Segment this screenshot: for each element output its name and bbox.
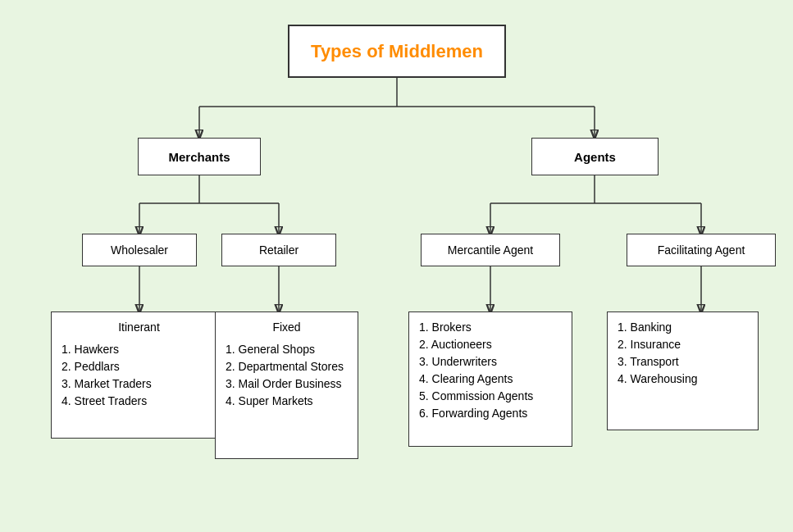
fixed-items: 1. General Shops 2. Departmental Stores … xyxy=(226,341,348,410)
mercantile-agent-node: Mercantile Agent xyxy=(421,234,560,266)
merchants-node: Merchants xyxy=(138,138,261,175)
diagram: Types of Middlemen Merchants Agents Whol… xyxy=(0,0,793,532)
itinerant-node: Itinerant 1. Hawkers 2. Peddlars 3. Mark… xyxy=(51,311,227,439)
facilitating-list-node: 1. Banking 2. Insurance 3. Transport 4. … xyxy=(607,311,759,430)
itinerant-title: Itinerant xyxy=(62,319,216,336)
merchants-label: Merchants xyxy=(168,150,230,164)
mercantile-list-node: 1. Brokers 2. Auctioneers 3. Underwriter… xyxy=(408,311,572,447)
facilitating-agent-node: Facilitating Agent xyxy=(627,234,776,266)
retailer-label: Retailer xyxy=(259,243,299,257)
wholesaler-label: Wholesaler xyxy=(111,243,168,257)
agents-node: Agents xyxy=(531,138,659,175)
fixed-title: Fixed xyxy=(226,319,348,336)
itinerant-items: 1. Hawkers 2. Peddlars 3. Market Traders… xyxy=(62,341,216,410)
facilitating-list-items: 1. Banking 2. Insurance 3. Transport 4. … xyxy=(618,319,748,388)
root-label: Types of Middlemen xyxy=(311,41,483,62)
wholesaler-node: Wholesaler xyxy=(82,234,197,266)
fixed-node: Fixed 1. General Shops 2. Departmental S… xyxy=(215,311,358,459)
mercantile-list-items: 1. Brokers 2. Auctioneers 3. Underwriter… xyxy=(419,319,562,422)
root-node: Types of Middlemen xyxy=(288,25,506,78)
retailer-node: Retailer xyxy=(221,234,336,266)
mercantile-agent-label: Mercantile Agent xyxy=(448,243,533,257)
agents-label: Agents xyxy=(574,150,616,164)
facilitating-agent-label: Facilitating Agent xyxy=(658,243,745,257)
